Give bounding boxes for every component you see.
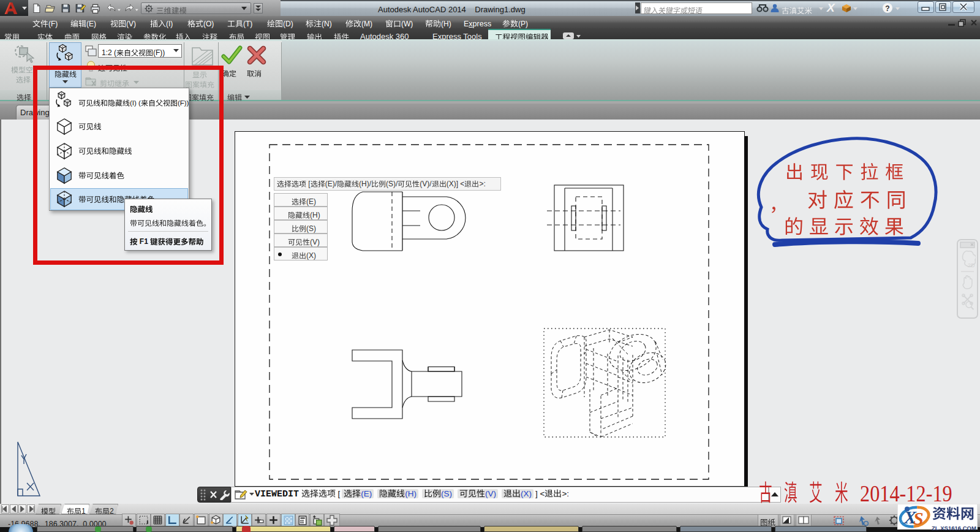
svg-text:S: S [913, 508, 924, 528]
svg-text:2D: 2D [968, 262, 975, 268]
svg-text:?: ? [885, 4, 889, 13]
